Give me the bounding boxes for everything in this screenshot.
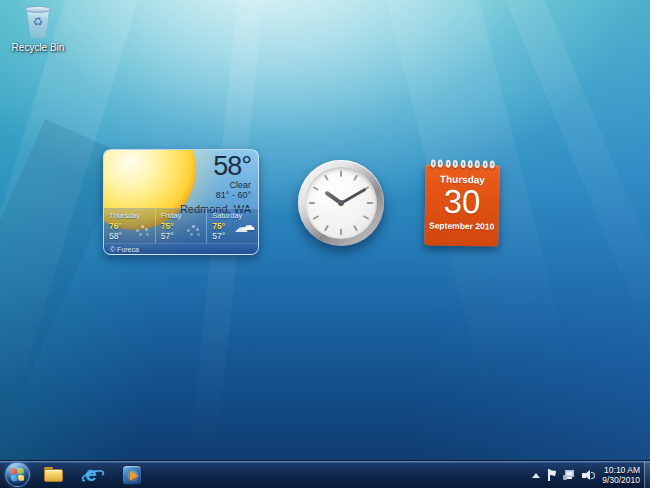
- recycle-bin[interactable]: ♻ Recycle Bin: [2, 6, 74, 53]
- analog-clock-gadget[interactable]: [298, 160, 384, 246]
- show-hidden-icons-button[interactable]: [532, 473, 540, 478]
- calendar-day-number: 30: [425, 184, 500, 219]
- weather-attribution: © Foreca: [104, 243, 258, 254]
- calendar-month-year: September 2010: [425, 220, 499, 231]
- system-tray: 10:10 AM 9/30/2010: [532, 461, 643, 488]
- faint-sun-icon: [130, 221, 152, 237]
- windows-orb-icon: [5, 462, 30, 487]
- clouds-icon: [233, 221, 255, 237]
- tray-date: 9/30/2010: [602, 475, 640, 485]
- light-ray: [502, 0, 650, 342]
- recycle-arrows-icon: ♻: [23, 15, 53, 29]
- calendar-spiral: [426, 159, 500, 169]
- pinned-taskbar-icons: e: [34, 461, 151, 488]
- recycle-bin-label: Recycle Bin: [2, 42, 74, 53]
- weather-condition: Clear: [180, 180, 251, 190]
- clock-face: [305, 167, 377, 239]
- tray-time: 10:10 AM: [602, 465, 640, 475]
- internet-explorer-icon: e: [82, 465, 104, 485]
- play-icon: [130, 471, 138, 481]
- forecast-day-0: Thursday 76° 58°: [104, 209, 156, 243]
- weather-high-low: 81° - 60°: [180, 190, 251, 201]
- current-temperature: 58°: [180, 152, 251, 180]
- calendar-gadget[interactable]: Thursday 30 September 2010: [424, 159, 500, 250]
- media-player-icon: [122, 465, 142, 485]
- windows-media-player-button[interactable]: [112, 461, 151, 488]
- faint-sun-icon: [181, 221, 203, 237]
- clock-gloss: [314, 176, 368, 230]
- show-desktop-button[interactable]: [644, 461, 650, 488]
- weather-gadget[interactable]: 58° Clear 81° - 60° Redmond, WA Thursday…: [103, 149, 259, 255]
- network-icon[interactable]: [563, 469, 575, 481]
- recycle-bin-icon: ♻: [23, 6, 53, 40]
- forecast-strip: Thursday 76° 58° Friday 75° 57° Saturday…: [104, 208, 258, 243]
- forecast-day-2: Saturday 75° 57°: [207, 209, 258, 243]
- taskbar: e: [0, 460, 650, 488]
- action-center-icon[interactable]: [547, 469, 556, 481]
- forecast-day-1: Friday 75° 57°: [156, 209, 208, 243]
- volume-icon[interactable]: [582, 469, 595, 481]
- start-button[interactable]: [0, 461, 34, 488]
- folder-icon: [44, 467, 63, 482]
- internet-explorer-button[interactable]: e: [73, 461, 112, 488]
- desktop: ♻ Recycle Bin 58° Clear 81° - 60° Redmon…: [0, 0, 650, 488]
- windows-explorer-button[interactable]: [34, 461, 73, 488]
- calendar-page: Thursday 30 September 2010: [424, 164, 499, 246]
- taskbar-clock[interactable]: 10:10 AM 9/30/2010: [602, 465, 643, 485]
